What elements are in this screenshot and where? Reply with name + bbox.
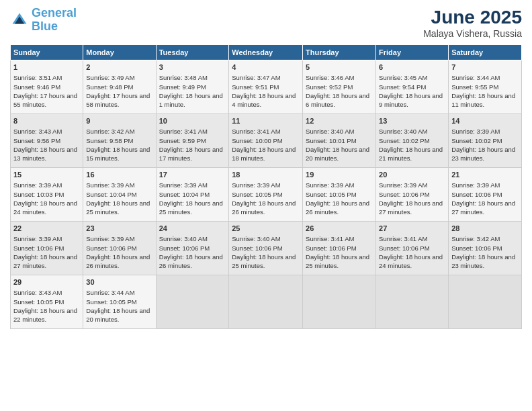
week-row-3: 15Sunrise: 3:39 AMSunset: 10:03 PMDaylig… bbox=[11, 168, 522, 222]
sunset-text: Sunset: 9:52 PM bbox=[306, 83, 353, 91]
day-number: 12 bbox=[306, 116, 373, 126]
daylight-text: Daylight: 18 hours and 18 minutes. bbox=[232, 146, 296, 162]
daylight-text: Daylight: 18 hours and 26 minutes. bbox=[306, 199, 369, 216]
sunset-text: Sunset: 10:06 PM bbox=[232, 244, 283, 252]
calendar-cell: 20Sunrise: 3:39 AMSunset: 10:06 PMDaylig… bbox=[376, 168, 449, 222]
calendar-cell: 9Sunrise: 3:42 AMSunset: 9:58 PMDaylight… bbox=[83, 114, 156, 168]
day-number: 22 bbox=[13, 224, 80, 234]
calendar-cell: 23Sunrise: 3:39 AMSunset: 10:06 PMDaylig… bbox=[83, 222, 156, 275]
header-sunday: Sunday bbox=[11, 45, 83, 60]
location: Malaya Vishera, Russia bbox=[423, 28, 522, 39]
daylight-text: Daylight: 18 hours and 13 minutes. bbox=[13, 146, 77, 162]
sunset-text: Sunset: 10:06 PM bbox=[159, 244, 210, 252]
sunset-text: Sunset: 9:54 PM bbox=[379, 83, 426, 91]
day-number: 14 bbox=[451, 116, 519, 126]
daylight-text: Daylight: 18 hours and 17 minutes. bbox=[159, 146, 223, 162]
calendar-cell: 4Sunrise: 3:47 AMSunset: 9:51 PMDaylight… bbox=[229, 60, 303, 114]
sunset-text: Sunset: 10:05 PM bbox=[232, 191, 283, 198]
calendar-cell: 10Sunrise: 3:41 AMSunset: 9:59 PMDayligh… bbox=[156, 114, 229, 168]
daylight-text: Daylight: 17 hours and 58 minutes. bbox=[86, 92, 150, 108]
sunrise-text: Sunrise: 3:39 AM bbox=[379, 181, 427, 189]
logo-icon bbox=[10, 11, 29, 30]
daylight-text: Daylight: 18 hours and 25 minutes. bbox=[306, 253, 369, 269]
calendar-cell: 5Sunrise: 3:46 AMSunset: 9:52 PMDaylight… bbox=[303, 60, 376, 114]
daylight-text: Daylight: 18 hours and 21 minutes. bbox=[379, 146, 443, 162]
calendar-cell: 19Sunrise: 3:39 AMSunset: 10:05 PMDaylig… bbox=[303, 168, 376, 222]
calendar-cell: 22Sunrise: 3:39 AMSunset: 10:06 PMDaylig… bbox=[11, 222, 83, 275]
header-saturday: Saturday bbox=[449, 45, 522, 60]
daylight-text: Daylight: 18 hours and 23 minutes. bbox=[451, 146, 515, 162]
daylight-text: Daylight: 18 hours and 26 minutes. bbox=[232, 199, 296, 216]
day-number: 7 bbox=[451, 62, 519, 73]
daylight-text: Daylight: 18 hours and 26 minutes. bbox=[86, 253, 150, 269]
sunrise-text: Sunrise: 3:41 AM bbox=[379, 235, 427, 242]
day-number: 23 bbox=[86, 224, 152, 234]
calendar-cell bbox=[229, 275, 303, 329]
calendar-cell: 16Sunrise: 3:39 AMSunset: 10:04 PMDaylig… bbox=[83, 168, 156, 222]
sunset-text: Sunset: 9:46 PM bbox=[13, 83, 60, 91]
day-number: 17 bbox=[159, 170, 226, 180]
daylight-text: Daylight: 18 hours and 20 minutes. bbox=[306, 146, 369, 162]
calendar-cell: 26Sunrise: 3:41 AMSunset: 10:06 PMDaylig… bbox=[303, 222, 376, 275]
header-row: SundayMondayTuesdayWednesdayThursdayFrid… bbox=[11, 45, 522, 60]
sunset-text: Sunset: 10:05 PM bbox=[86, 298, 137, 306]
calendar-cell: 3Sunrise: 3:48 AMSunset: 9:49 PMDaylight… bbox=[156, 60, 229, 114]
day-number: 29 bbox=[13, 277, 80, 287]
sunrise-text: Sunrise: 3:40 AM bbox=[159, 235, 208, 242]
sunset-text: Sunset: 9:49 PM bbox=[159, 83, 206, 91]
sunset-text: Sunset: 9:48 PM bbox=[86, 83, 133, 91]
day-number: 4 bbox=[232, 62, 300, 73]
logo-blue: Blue bbox=[32, 20, 77, 34]
calendar-cell: 28Sunrise: 3:42 AMSunset: 10:06 PMDaylig… bbox=[449, 222, 522, 275]
logo-text: General Blue bbox=[32, 7, 77, 34]
page-container: General Blue June 2025 Malaya Vishera, R… bbox=[0, 0, 532, 336]
day-number: 9 bbox=[86, 116, 152, 126]
daylight-text: Daylight: 18 hours and 22 minutes. bbox=[13, 307, 77, 323]
day-number: 10 bbox=[159, 116, 226, 126]
sunset-text: Sunset: 10:02 PM bbox=[379, 137, 430, 144]
calendar-table: SundayMondayTuesdayWednesdayThursdayFrid… bbox=[10, 44, 522, 329]
sunrise-text: Sunrise: 3:48 AM bbox=[159, 74, 208, 81]
daylight-text: Daylight: 18 hours and 9 minutes. bbox=[379, 92, 443, 108]
sunset-text: Sunset: 10:01 PM bbox=[306, 137, 357, 144]
sunset-text: Sunset: 10:06 PM bbox=[13, 244, 64, 252]
calendar-cell: 6Sunrise: 3:45 AMSunset: 9:54 PMDaylight… bbox=[376, 60, 449, 114]
daylight-text: Daylight: 18 hours and 27 minutes. bbox=[379, 199, 443, 216]
sunset-text: Sunset: 10:05 PM bbox=[306, 191, 357, 198]
day-number: 1 bbox=[13, 62, 80, 73]
day-number: 25 bbox=[232, 224, 300, 234]
sunset-text: Sunset: 9:56 PM bbox=[13, 137, 60, 144]
day-number: 19 bbox=[306, 170, 373, 180]
day-number: 5 bbox=[306, 62, 373, 73]
daylight-text: Daylight: 18 hours and 27 minutes. bbox=[13, 253, 77, 269]
calendar-cell: 12Sunrise: 3:40 AMSunset: 10:01 PMDaylig… bbox=[303, 114, 376, 168]
sunrise-text: Sunrise: 3:43 AM bbox=[13, 289, 62, 296]
day-number: 8 bbox=[13, 116, 80, 126]
daylight-text: Daylight: 18 hours and 15 minutes. bbox=[86, 146, 150, 162]
sunset-text: Sunset: 10:04 PM bbox=[86, 191, 137, 198]
sunset-text: Sunset: 9:51 PM bbox=[232, 83, 279, 91]
sunrise-text: Sunrise: 3:49 AM bbox=[86, 74, 134, 81]
daylight-text: Daylight: 18 hours and 1 minute. bbox=[159, 92, 223, 108]
daylight-text: Daylight: 17 hours and 55 minutes. bbox=[13, 92, 77, 108]
sunrise-text: Sunrise: 3:39 AM bbox=[306, 181, 354, 189]
daylight-text: Daylight: 18 hours and 23 minutes. bbox=[451, 253, 515, 269]
sunrise-text: Sunrise: 3:39 AM bbox=[86, 235, 134, 242]
sunrise-text: Sunrise: 3:41 AM bbox=[306, 235, 354, 242]
sunrise-text: Sunrise: 3:39 AM bbox=[232, 181, 280, 189]
daylight-text: Daylight: 18 hours and 20 minutes. bbox=[86, 307, 150, 323]
week-row-5: 29Sunrise: 3:43 AMSunset: 10:05 PMDaylig… bbox=[11, 275, 522, 329]
sunrise-text: Sunrise: 3:41 AM bbox=[232, 128, 280, 135]
calendar-cell: 1Sunrise: 3:51 AMSunset: 9:46 PMDaylight… bbox=[11, 60, 83, 114]
calendar-cell: 17Sunrise: 3:39 AMSunset: 10:04 PMDaylig… bbox=[156, 168, 229, 222]
header-monday: Monday bbox=[83, 45, 156, 60]
calendar-cell: 29Sunrise: 3:43 AMSunset: 10:05 PMDaylig… bbox=[11, 275, 83, 329]
header-friday: Friday bbox=[376, 45, 449, 60]
sunrise-text: Sunrise: 3:44 AM bbox=[451, 74, 500, 81]
title-block: June 2025 Malaya Vishera, Russia bbox=[423, 7, 522, 39]
day-number: 13 bbox=[379, 116, 445, 126]
calendar-cell: 13Sunrise: 3:40 AMSunset: 10:02 PMDaylig… bbox=[376, 114, 449, 168]
day-number: 18 bbox=[232, 170, 300, 180]
calendar-cell: 24Sunrise: 3:40 AMSunset: 10:06 PMDaylig… bbox=[156, 222, 229, 275]
daylight-text: Daylight: 18 hours and 25 minutes. bbox=[86, 199, 150, 216]
